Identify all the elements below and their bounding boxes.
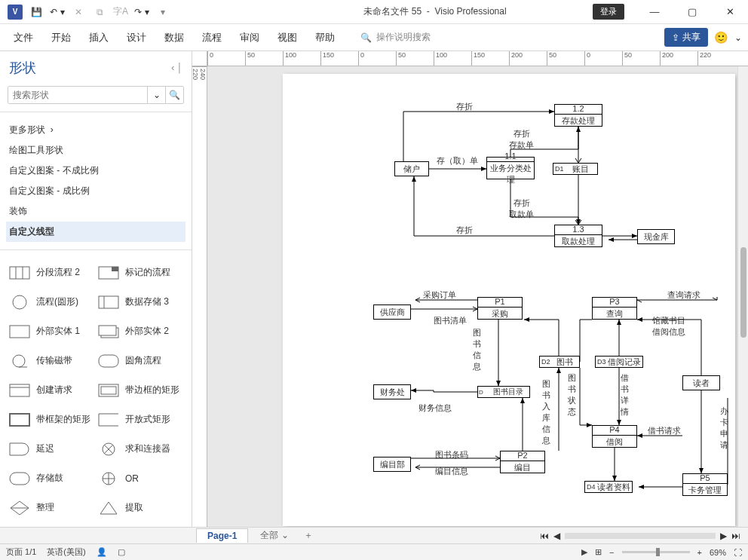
tab-help[interactable]: 帮助 (308, 26, 342, 49)
collapse-panel-icon[interactable]: ‹ │ (171, 63, 182, 73)
scroll-right-icon[interactable]: ▶ (720, 531, 727, 541)
shape-create-request[interactable]: 创建请求 (8, 377, 95, 403)
shape-datastore-3[interactable]: 数据存储 3 (97, 289, 184, 315)
shape-process-circle[interactable]: 流程(圆形) (8, 289, 95, 315)
tab-insert[interactable]: 插入 (81, 26, 116, 49)
search-dropdown-icon[interactable]: ⌄ (147, 87, 165, 103)
close-x-button[interactable]: ✕ (69, 3, 87, 21)
node-cashbox[interactable]: 现金库 (637, 229, 675, 244)
node-1-2[interactable]: 1.2存款处理 (554, 104, 602, 127)
qat-overflow-icon[interactable]: ▾ (154, 3, 172, 21)
zoom-out-icon[interactable]: − (609, 548, 614, 557)
node-p4[interactable]: P4借阅 (592, 425, 637, 448)
share-button[interactable]: ⇪共享 (664, 28, 708, 47)
vertical-scrollbar[interactable] (737, 66, 748, 527)
shape-sum-junction[interactable]: 求和连接器 (97, 436, 184, 462)
language-indicator[interactable]: 英语(美国) (47, 546, 85, 558)
shape-rounded-process[interactable]: 圆角流程 (97, 347, 184, 374)
zoom-in-icon[interactable]: + (697, 548, 702, 557)
copy-button[interactable]: ⧉ (90, 3, 109, 21)
node-d1[interactable]: D1账目 (553, 163, 598, 175)
close-button[interactable]: ✕ (715, 2, 745, 23)
shape-search-input[interactable] (8, 87, 147, 103)
node-p3[interactable]: P3查询 (592, 297, 637, 320)
scroll-start-icon[interactable]: ⏮ (540, 531, 549, 541)
cat-decoration[interactable]: 装饰 (9, 201, 182, 222)
page-indicator[interactable]: 页面 1/1 (6, 546, 36, 558)
node-d2[interactable]: D2图书 (539, 356, 580, 368)
accessibility-icon[interactable]: 👤 (97, 547, 107, 557)
svg-point-11 (13, 355, 25, 367)
shape-delay[interactable]: 延迟 (8, 436, 95, 462)
node-p5[interactable]: P5卡务管理 (682, 473, 728, 496)
node-1-1[interactable]: 1.1业务分类处理 (486, 157, 535, 179)
canvas[interactable]: 050100150 050100150 20050050 200220 2402… (192, 51, 748, 527)
search-go-icon[interactable]: 🔍 (165, 87, 183, 103)
scrollbar-thumb[interactable] (740, 247, 746, 338)
tell-me-search[interactable]: 🔍 操作说明搜索 (360, 31, 431, 44)
scroll-end-icon[interactable]: ⏭ (731, 531, 740, 541)
undo-button[interactable]: ↶ ▾ (48, 3, 66, 21)
comments-button[interactable]: 🙂 (714, 31, 728, 44)
save-button[interactable]: 💾 (27, 3, 45, 21)
shape-external-2[interactable]: 外部实体 2 (97, 318, 184, 344)
node-p2[interactable]: P2编目 (500, 451, 545, 473)
tab-view[interactable]: 视图 (270, 26, 305, 49)
node-1-3[interactable]: 1.3取款处理 (554, 225, 602, 247)
redo-button[interactable]: ↷ ▾ (133, 3, 151, 21)
h-scrollbar[interactable] (565, 533, 716, 539)
cat-drawing-tools[interactable]: 绘图工具形状 (9, 140, 182, 161)
node-reader[interactable]: 读者 (682, 375, 720, 390)
tab-process[interactable]: 流程 (195, 26, 229, 49)
fit-window-icon[interactable]: ⛶ (734, 548, 742, 557)
zoom-level[interactable]: 69% (710, 548, 726, 557)
login-button[interactable]: 登录 (593, 4, 624, 20)
node-customer[interactable]: 储户 (394, 161, 429, 176)
add-page-button[interactable]: ＋ (301, 529, 316, 542)
cat-custom-noscale[interactable]: 自定义图案 - 不成比例 (9, 161, 182, 181)
cat-custom-scale[interactable]: 自定义图案 - 成比例 (9, 181, 182, 201)
node-d3[interactable]: D3借阅记录 (595, 356, 643, 368)
zoom-slider[interactable] (622, 551, 690, 553)
cat-custom-line[interactable]: 自定义线型 (6, 222, 185, 242)
presentation-mode-icon[interactable]: ▶ (581, 547, 587, 557)
page-tab-1[interactable]: Page-1 (196, 528, 248, 543)
node-book-catalog[interactable]: D图书目录 (477, 386, 530, 398)
label-tushutiaoma: 图书条码 (435, 449, 468, 461)
record-macro-icon[interactable]: ▢ (118, 547, 125, 557)
shape-tagged-process[interactable]: 标记的流程 (97, 259, 184, 286)
minimize-button[interactable]: — (639, 2, 670, 23)
shape-framed-rect[interactable]: 带框架的矩形 (8, 406, 95, 433)
drawing-page[interactable]: 1.2存款处理 1.1业务分类处理 1.3取款处理 D1账目 储户 现金库 存折… (283, 74, 735, 526)
tab-data[interactable]: 数据 (157, 26, 192, 49)
shape-bordered-rect[interactable]: 带边框的矩形 (97, 377, 184, 403)
tab-review[interactable]: 审阅 (232, 26, 267, 49)
node-p1[interactable]: P1采购 (477, 297, 523, 320)
shape-sort[interactable]: 整理 (8, 494, 95, 521)
svg-rect-14 (10, 384, 29, 396)
page-tab-all[interactable]: 全部 ⌄ (250, 528, 299, 543)
scroll-left-icon[interactable]: ◀ (553, 531, 560, 541)
ribbon-collapse-icon[interactable]: ⌄ (734, 32, 742, 43)
shape-segmented-process[interactable]: 分段流程 2 (8, 259, 95, 286)
fit-page-icon[interactable]: ⊞ (595, 547, 602, 557)
font-button[interactable]: 字A (112, 3, 130, 21)
shape-search[interactable]: ⌄ 🔍 (8, 86, 184, 104)
shape-extract[interactable]: 提取 (97, 494, 184, 521)
shape-external-1[interactable]: 外部实体 1 (8, 318, 95, 344)
node-supplier[interactable]: 供应商 (373, 304, 411, 320)
node-d4[interactable]: D4读者资料 (584, 481, 633, 493)
tab-file[interactable]: 文件 (6, 26, 41, 49)
shape-open-rect[interactable]: 开放式矩形 (97, 406, 184, 433)
node-finance[interactable]: 财务处 (373, 384, 411, 399)
more-shapes-item[interactable]: 更多形状 › (9, 120, 182, 140)
shape-or[interactable]: OR (97, 465, 184, 491)
label-cunqu: 存（取）单 (437, 155, 478, 167)
tab-design[interactable]: 设计 (119, 26, 154, 49)
node-catalog-dept[interactable]: 编目部 (373, 457, 411, 472)
shape-storage-drum[interactable]: 存储鼓 (8, 465, 95, 491)
maximize-button[interactable]: ▢ (677, 2, 707, 23)
tab-home[interactable]: 开始 (44, 26, 78, 49)
shape-tape[interactable]: 传输磁带 (8, 347, 95, 374)
page-scroll-area[interactable]: 1.2存款处理 1.1业务分类处理 1.3取款处理 D1账目 储户 现金库 存折… (207, 66, 737, 527)
